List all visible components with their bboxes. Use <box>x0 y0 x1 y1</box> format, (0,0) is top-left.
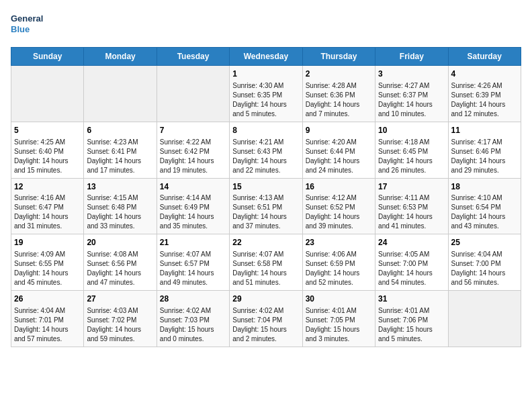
calendar-cell: 3Sunrise: 4:27 AMSunset: 6:37 PMDaylight… <box>375 66 448 122</box>
calendar-cell <box>11 66 84 122</box>
calendar-cell: 4Sunrise: 4:26 AMSunset: 6:39 PMDaylight… <box>448 66 521 122</box>
day-info: Sunrise: 4:01 AMSunset: 7:06 PMDaylight:… <box>378 306 445 344</box>
weekday-header: Friday <box>375 48 448 66</box>
calendar-cell: 16Sunrise: 4:12 AMSunset: 6:52 PMDayligh… <box>302 178 375 234</box>
day-info: Sunrise: 4:02 AMSunset: 7:04 PMDaylight:… <box>232 306 299 344</box>
calendar-cell: 19Sunrise: 4:09 AMSunset: 6:55 PMDayligh… <box>11 234 84 291</box>
day-number: 21 <box>160 237 226 248</box>
calendar-cell: 8Sunrise: 4:21 AMSunset: 6:43 PMDaylight… <box>230 122 302 178</box>
calendar-cell: 22Sunrise: 4:07 AMSunset: 6:58 PMDayligh… <box>230 234 302 291</box>
logo: General Blue <box>11 11 44 40</box>
header: General Blue <box>11 11 521 40</box>
calendar-cell: 5Sunrise: 4:25 AMSunset: 6:40 PMDaylight… <box>11 122 84 178</box>
svg-text:General: General <box>11 13 43 24</box>
day-number: 13 <box>87 181 153 193</box>
calendar-week-row: 12Sunrise: 4:16 AMSunset: 6:47 PMDayligh… <box>11 178 521 234</box>
weekday-header: Sunday <box>11 48 84 66</box>
calendar-cell: 29Sunrise: 4:02 AMSunset: 7:04 PMDayligh… <box>230 291 302 347</box>
day-info: Sunrise: 4:12 AMSunset: 6:52 PMDaylight:… <box>306 193 372 231</box>
calendar-week-row: 5Sunrise: 4:25 AMSunset: 6:40 PMDaylight… <box>11 122 521 178</box>
day-number: 18 <box>451 181 518 193</box>
day-info: Sunrise: 4:07 AMSunset: 6:58 PMDaylight:… <box>232 250 299 287</box>
calendar-cell: 17Sunrise: 4:11 AMSunset: 6:53 PMDayligh… <box>375 178 448 234</box>
calendar-cell: 31Sunrise: 4:01 AMSunset: 7:06 PMDayligh… <box>375 291 448 347</box>
day-number: 12 <box>14 181 81 193</box>
day-info: Sunrise: 4:05 AMSunset: 7:00 PMDaylight:… <box>378 250 445 287</box>
calendar-cell: 12Sunrise: 4:16 AMSunset: 6:47 PMDayligh… <box>11 178 84 234</box>
day-info: Sunrise: 4:25 AMSunset: 6:40 PMDaylight:… <box>14 138 81 175</box>
calendar-cell: 20Sunrise: 4:08 AMSunset: 6:56 PMDayligh… <box>84 234 157 291</box>
day-number: 22 <box>232 237 299 248</box>
day-number: 6 <box>87 125 153 136</box>
calendar-cell: 25Sunrise: 4:04 AMSunset: 7:00 PMDayligh… <box>448 234 521 291</box>
day-info: Sunrise: 4:11 AMSunset: 6:53 PMDaylight:… <box>378 193 445 231</box>
calendar-week-row: 1Sunrise: 4:30 AMSunset: 6:35 PMDaylight… <box>11 66 521 122</box>
day-info: Sunrise: 4:21 AMSunset: 6:43 PMDaylight:… <box>232 138 299 175</box>
weekday-header: Monday <box>84 48 157 66</box>
day-number: 26 <box>14 293 81 305</box>
calendar-week-row: 26Sunrise: 4:04 AMSunset: 7:01 PMDayligh… <box>11 291 521 347</box>
day-info: Sunrise: 4:01 AMSunset: 7:05 PMDaylight:… <box>306 306 372 344</box>
day-info: Sunrise: 4:14 AMSunset: 6:49 PMDaylight:… <box>160 193 226 231</box>
day-number: 1 <box>232 68 299 80</box>
day-info: Sunrise: 4:26 AMSunset: 6:39 PMDaylight:… <box>451 81 518 119</box>
day-number: 29 <box>232 293 299 305</box>
weekday-header: Wednesday <box>230 48 302 66</box>
day-info: Sunrise: 4:23 AMSunset: 6:41 PMDaylight:… <box>87 138 153 175</box>
day-number: 9 <box>306 125 372 136</box>
day-number: 4 <box>451 68 518 80</box>
calendar-cell: 26Sunrise: 4:04 AMSunset: 7:01 PMDayligh… <box>11 291 84 347</box>
day-info: Sunrise: 4:16 AMSunset: 6:47 PMDaylight:… <box>14 193 81 231</box>
day-number: 3 <box>378 68 445 80</box>
day-number: 14 <box>160 181 226 193</box>
day-number: 23 <box>306 237 372 248</box>
day-info: Sunrise: 4:17 AMSunset: 6:46 PMDaylight:… <box>451 138 518 175</box>
day-number: 15 <box>232 181 299 193</box>
day-number: 27 <box>87 293 153 305</box>
day-number: 28 <box>160 293 226 305</box>
calendar-cell <box>448 291 521 347</box>
calendar-week-row: 19Sunrise: 4:09 AMSunset: 6:55 PMDayligh… <box>11 234 521 291</box>
calendar-cell: 24Sunrise: 4:05 AMSunset: 7:00 PMDayligh… <box>375 234 448 291</box>
day-info: Sunrise: 4:18 AMSunset: 6:45 PMDaylight:… <box>378 138 445 175</box>
day-info: Sunrise: 4:10 AMSunset: 6:54 PMDaylight:… <box>451 193 518 231</box>
day-number: 8 <box>232 125 299 136</box>
calendar-cell: 18Sunrise: 4:10 AMSunset: 6:54 PMDayligh… <box>448 178 521 234</box>
day-info: Sunrise: 4:08 AMSunset: 6:56 PMDaylight:… <box>87 250 153 287</box>
calendar-cell: 6Sunrise: 4:23 AMSunset: 6:41 PMDaylight… <box>84 122 157 178</box>
calendar-cell: 15Sunrise: 4:13 AMSunset: 6:51 PMDayligh… <box>230 178 302 234</box>
day-info: Sunrise: 4:03 AMSunset: 7:02 PMDaylight:… <box>87 306 153 344</box>
calendar-cell: 7Sunrise: 4:22 AMSunset: 6:42 PMDaylight… <box>157 122 229 178</box>
calendar-cell: 1Sunrise: 4:30 AMSunset: 6:35 PMDaylight… <box>230 66 302 122</box>
day-number: 17 <box>378 181 445 193</box>
calendar-cell: 13Sunrise: 4:15 AMSunset: 6:48 PMDayligh… <box>84 178 157 234</box>
day-info: Sunrise: 4:02 AMSunset: 7:03 PMDaylight:… <box>160 306 226 344</box>
calendar-cell <box>84 66 157 122</box>
calendar-cell <box>157 66 229 122</box>
calendar-cell: 21Sunrise: 4:07 AMSunset: 6:57 PMDayligh… <box>157 234 229 291</box>
day-info: Sunrise: 4:20 AMSunset: 6:44 PMDaylight:… <box>306 138 372 175</box>
calendar-body: 1Sunrise: 4:30 AMSunset: 6:35 PMDaylight… <box>11 66 521 347</box>
calendar-cell: 9Sunrise: 4:20 AMSunset: 6:44 PMDaylight… <box>302 122 375 178</box>
day-info: Sunrise: 4:27 AMSunset: 6:37 PMDaylight:… <box>378 81 445 119</box>
logo-icon: General Blue <box>11 11 44 40</box>
calendar-cell: 23Sunrise: 4:06 AMSunset: 6:59 PMDayligh… <box>302 234 375 291</box>
day-info: Sunrise: 4:04 AMSunset: 7:01 PMDaylight:… <box>14 306 81 344</box>
day-info: Sunrise: 4:06 AMSunset: 6:59 PMDaylight:… <box>306 250 372 287</box>
day-number: 19 <box>14 237 81 248</box>
calendar-cell: 27Sunrise: 4:03 AMSunset: 7:02 PMDayligh… <box>84 291 157 347</box>
day-info: Sunrise: 4:28 AMSunset: 6:36 PMDaylight:… <box>306 81 372 119</box>
day-info: Sunrise: 4:13 AMSunset: 6:51 PMDaylight:… <box>232 193 299 231</box>
svg-text:Blue: Blue <box>11 24 30 34</box>
calendar-header: SundayMondayTuesdayWednesdayThursdayFrid… <box>11 48 521 66</box>
day-number: 10 <box>378 125 445 136</box>
calendar-cell: 11Sunrise: 4:17 AMSunset: 6:46 PMDayligh… <box>448 122 521 178</box>
weekday-header: Thursday <box>302 48 375 66</box>
weekday-header-row: SundayMondayTuesdayWednesdayThursdayFrid… <box>11 48 521 66</box>
calendar-cell: 28Sunrise: 4:02 AMSunset: 7:03 PMDayligh… <box>157 291 229 347</box>
weekday-header: Saturday <box>448 48 521 66</box>
day-number: 7 <box>160 125 226 136</box>
day-number: 24 <box>378 237 445 248</box>
calendar-cell: 14Sunrise: 4:14 AMSunset: 6:49 PMDayligh… <box>157 178 229 234</box>
day-info: Sunrise: 4:30 AMSunset: 6:35 PMDaylight:… <box>232 81 299 119</box>
